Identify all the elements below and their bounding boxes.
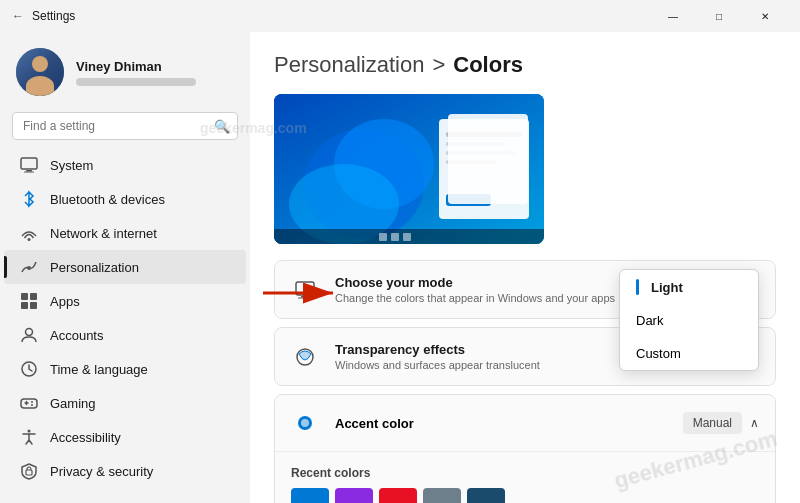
sidebar-item-system[interactable]: System <box>4 148 246 182</box>
sidebar-item-time[interactable]: Time & language <box>4 352 246 386</box>
svg-rect-7 <box>21 302 28 309</box>
time-icon <box>20 360 38 378</box>
svg-rect-22 <box>446 142 506 146</box>
mode-option-dark[interactable]: Dark <box>620 304 758 337</box>
transparency-icon <box>291 343 319 371</box>
mode-option-custom[interactable]: Custom <box>620 337 758 370</box>
sidebar-item-gaming-label: Gaming <box>50 396 96 411</box>
accent-control: Manual ∧ <box>683 412 759 434</box>
sidebar-item-accessibility[interactable]: Accessibility <box>4 420 246 454</box>
close-button[interactable]: ✕ <box>742 0 788 32</box>
accent-header[interactable]: Accent color Manual ∧ <box>275 395 775 451</box>
accounts-icon <box>20 326 38 344</box>
mode-dropdown: Light Dark Custom <box>619 269 759 371</box>
svg-point-3 <box>28 238 31 241</box>
svg-rect-21 <box>446 132 522 137</box>
window-controls: — □ ✕ <box>650 0 788 32</box>
accent-content: Recent colors <box>275 451 775 503</box>
accent-mode-badge: Manual <box>683 412 742 434</box>
user-email <box>76 78 196 86</box>
back-button[interactable]: ← <box>12 9 24 23</box>
svg-rect-28 <box>391 233 399 241</box>
svg-rect-32 <box>298 297 312 298</box>
svg-point-4 <box>27 266 31 270</box>
search-box: 🔍 <box>12 112 238 140</box>
app-title: Settings <box>32 9 75 23</box>
user-profile[interactable]: Viney Dhiman <box>0 40 250 112</box>
svg-point-13 <box>31 404 33 406</box>
sidebar-item-apps-label: Apps <box>50 294 80 309</box>
sidebar-item-bluetooth[interactable]: Bluetooth & devices <box>4 182 246 216</box>
recent-colors-label: Recent colors <box>291 466 759 480</box>
avatar <box>16 48 64 96</box>
sidebar-item-privacy[interactable]: Privacy & security <box>4 454 246 488</box>
svg-rect-1 <box>26 170 32 172</box>
sidebar-item-accounts[interactable]: Accounts <box>4 318 246 352</box>
svg-rect-0 <box>21 158 37 169</box>
personalization-icon <box>20 258 38 276</box>
svg-rect-23 <box>446 151 516 155</box>
accent-icon <box>291 409 319 437</box>
svg-rect-15 <box>26 470 32 475</box>
page-header: Personalization > Colors <box>274 52 776 78</box>
sidebar-item-network-label: Network & internet <box>50 226 157 241</box>
breadcrumb-separator: > <box>432 52 445 78</box>
svg-rect-25 <box>446 194 491 206</box>
color-swatch-blue[interactable] <box>291 488 329 503</box>
user-name: Viney Dhiman <box>76 59 196 74</box>
color-swatch-red[interactable] <box>379 488 417 503</box>
svg-rect-30 <box>296 282 314 295</box>
svg-rect-11 <box>21 399 37 408</box>
user-info: Viney Dhiman <box>76 59 196 86</box>
privacy-icon <box>20 462 38 480</box>
bluetooth-icon <box>20 190 38 208</box>
svg-rect-5 <box>21 293 28 300</box>
accent-section: Accent color Manual ∧ Recent colors <box>274 394 776 503</box>
color-swatch-darkblue[interactable] <box>467 488 505 503</box>
sidebar-item-apps[interactable]: Apps <box>4 284 246 318</box>
svg-rect-27 <box>379 233 387 241</box>
svg-rect-31 <box>301 296 309 298</box>
search-input[interactable] <box>12 112 238 140</box>
sidebar-item-accessibility-label: Accessibility <box>50 430 121 445</box>
apps-icon <box>20 292 38 310</box>
sidebar-item-privacy-label: Privacy & security <box>50 464 153 479</box>
svg-point-9 <box>26 329 33 336</box>
mode-icon <box>291 276 319 304</box>
choose-mode-section: Choose your mode Change the colors that … <box>274 260 776 319</box>
accent-title: Accent color <box>335 416 667 431</box>
svg-point-12 <box>31 401 33 403</box>
svg-rect-2 <box>24 172 34 173</box>
page-title: Colors <box>453 52 523 78</box>
network-icon <box>20 224 38 242</box>
svg-rect-24 <box>446 160 496 164</box>
svg-rect-29 <box>403 233 411 241</box>
app-body: Viney Dhiman 🔍 System Bluetooth & device… <box>0 32 800 503</box>
search-icon: 🔍 <box>214 119 230 134</box>
svg-rect-6 <box>30 293 37 300</box>
svg-point-14 <box>28 430 31 433</box>
sidebar-item-gaming[interactable]: Gaming <box>4 386 246 420</box>
title-bar: ← Settings — □ ✕ <box>0 0 800 32</box>
sidebar-item-network[interactable]: Network & internet <box>4 216 246 250</box>
svg-point-35 <box>301 419 309 427</box>
color-swatch-purple[interactable] <box>335 488 373 503</box>
color-swatch-gray[interactable] <box>423 488 461 503</box>
sidebar-item-personalization[interactable]: Personalization <box>4 250 246 284</box>
system-icon <box>20 156 38 174</box>
gaming-icon <box>20 394 38 412</box>
sidebar-item-personalization-label: Personalization <box>50 260 139 275</box>
maximize-button[interactable]: □ <box>696 0 742 32</box>
sidebar-item-accounts-label: Accounts <box>50 328 103 343</box>
theme-preview <box>274 94 544 244</box>
sidebar-item-bluetooth-label: Bluetooth & devices <box>50 192 165 207</box>
main-content: Personalization > Colors <box>250 32 800 503</box>
chevron-down-icon[interactable]: ∧ <box>750 416 759 430</box>
minimize-button[interactable]: — <box>650 0 696 32</box>
sidebar-item-time-label: Time & language <box>50 362 148 377</box>
mode-option-light[interactable]: Light <box>620 270 758 304</box>
color-swatches <box>291 488 759 503</box>
preview-image <box>274 94 544 244</box>
svg-rect-8 <box>30 302 37 309</box>
accessibility-icon <box>20 428 38 446</box>
